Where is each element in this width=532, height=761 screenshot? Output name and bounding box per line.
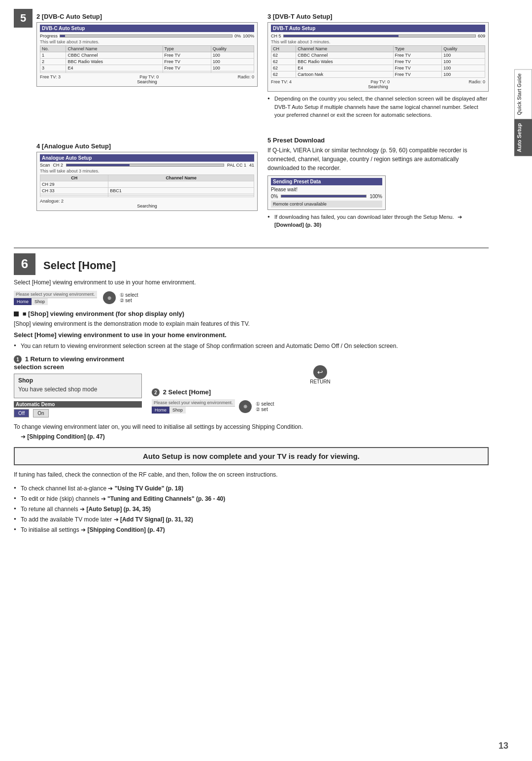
analogue-info: This will take about 3 minutes. [40, 169, 254, 173]
step2-dpad-group: ⊕ ① select ② set [239, 400, 274, 413]
env-home-option[interactable]: Home [14, 298, 32, 305]
analogue-screen-title: Analogue Auto Setup [40, 154, 254, 162]
step1-num: 1 [14, 355, 22, 363]
table-row: 1CBBC ChannelFree TV100 [40, 52, 254, 59]
preset-screen-title: Sending Preset Data [271, 178, 382, 185]
dvbt-footer-left: Free TV: 4 [271, 79, 292, 84]
analogue-section: 4 [Analogue Auto Setup] Analogue Auto Se… [36, 138, 258, 231]
step2-num: 2 [152, 388, 160, 396]
dvbt-progress-bar [283, 35, 476, 37]
step2-env-selector[interactable]: Please select your viewing environment. … [152, 399, 235, 414]
dpad-group: ⊕ ① select ② set [103, 291, 138, 304]
dpad-icon[interactable]: ⊕ [103, 291, 116, 304]
dvbc-progress-start: 0% [234, 34, 241, 38]
dvbc-screen-title: DVB-C Auto Setup [40, 25, 254, 32]
completion-body: If tuning has failed, check the connecti… [14, 470, 489, 479]
dvbc-footer-right: Radio: 0 [237, 74, 254, 79]
preset-progress-start: 0% [271, 194, 278, 199]
step1-section: 1 1 Return to viewing environment select… [14, 355, 142, 418]
dvbt-info: This will take about 3 minutes. [271, 39, 485, 44]
analogue-scan-num: 41 [249, 163, 254, 168]
step2-section: ↩ RETURN 2 2 Select [Home] Please select… [152, 355, 489, 418]
bullet-5: To initialise all settings ➔ [Shipping C… [14, 525, 489, 534]
dvbc-col-no: No. [40, 46, 66, 52]
completion-box: Auto Setup is now complete and your TV i… [14, 447, 489, 465]
dvbc-progress-bar [60, 35, 233, 37]
dvbc-section: 2 [DVB-C Auto Setup] DVB-C Auto Setup Pr… [36, 9, 258, 121]
shop-mode-text: You have selected shop mode [18, 386, 137, 393]
dvbc-info: This will take about 3 minutes. [40, 39, 254, 44]
dvbc-screen: DVB-C Auto Setup Progress 0% 100% This w… [36, 22, 258, 87]
side-tabs: Quick Start Guide Auto Setup [514, 69, 532, 156]
dvbc-footer-mid: Pay TV: 0 [139, 74, 159, 79]
dvbc-table: No. Channel Name Type Quality 1CBBC Chan… [40, 45, 254, 73]
step2-select-label: ① select [256, 401, 274, 407]
table-row: 62E4Free TV100 [271, 65, 485, 71]
step2-env-label: Please select your viewing environment. [152, 399, 235, 407]
dvbc-col-quality: Quality [211, 46, 254, 52]
return-group: ↩ RETURN [152, 365, 489, 384]
auto-demo-box: Automatic Demo Off On [14, 401, 142, 417]
step1-heading: 1 Return to viewing environment selectio… [14, 355, 124, 371]
dvbt-status: Searching [271, 84, 485, 89]
shop-viewing-body: [Shop] viewing environment is the demons… [14, 319, 489, 328]
dvbt-ch-label: CH 5 [271, 34, 281, 38]
dvbt-col-quality: Quality [442, 46, 485, 52]
analogue-scan-pal: PAL CC 1 [227, 163, 246, 168]
dvbt-footer-mid: Pay TV: 0 [370, 79, 390, 84]
auto-demo-title: Automatic Demo [14, 401, 142, 408]
preset-unavail: Remote control unavailable [271, 201, 382, 208]
env-shop-option[interactable]: Shop [32, 298, 48, 305]
dvbt-progress-fill [284, 35, 399, 37]
preset-section: 5 Preset Download If Q-Link, VIERA Link … [267, 133, 489, 231]
bullet-3: To retune all channels ➔ [Auto Setup] (p… [14, 505, 489, 514]
dvbt-col-type: Type [393, 46, 442, 52]
dvbc-col-type: Type [163, 46, 211, 52]
dvbc-col-name: Channel Name [66, 46, 163, 52]
set-label: ② set [120, 298, 138, 303]
step2-env-group: Please select your viewing environment. … [152, 399, 489, 414]
dvbc-footer-left: Free TV: 3 [40, 74, 61, 79]
dvbc-progress-label: Progress [40, 34, 58, 38]
step2-set-label: ② set [256, 407, 274, 412]
bullet-2: To edit or hide (skip) channels ➔ "Tunin… [14, 494, 489, 503]
auto-demo-off[interactable]: Off [14, 409, 29, 417]
dvbc-status: Searching [40, 79, 254, 84]
auto-setup-tab: Auto Setup [514, 119, 532, 156]
table-row: 62Cartoon NwkFree TV100 [271, 71, 485, 78]
section6-footer-text: To change viewing environment later on, … [14, 422, 489, 431]
preset-screen: Sending Preset Data Please wait! 0% 100%… [267, 175, 386, 210]
table-row: CH 33BBC1 [40, 187, 254, 194]
table-row: 3E4Free TV100 [40, 65, 254, 71]
section6-number: 6 [14, 253, 35, 275]
step2-shop-option[interactable]: Shop [169, 407, 186, 414]
analogue-footer: Analogue: 2 [40, 199, 64, 204]
return-icon[interactable]: ↩ [313, 365, 327, 379]
shop-viewing-heading: ■ [Shop] viewing environment (for shop d… [23, 310, 185, 317]
auto-demo-on[interactable]: On [33, 409, 48, 417]
table-row [40, 71, 254, 73]
section6-body: Select [Home] viewing environment to use… [14, 278, 489, 287]
preset-bullet: If downloading has failed, you can downl… [267, 213, 489, 229]
bullet-1: To check channel list at-a-glance ➔ "Usi… [14, 484, 489, 493]
shop-confirmation-box: Shop You have selected shop mode [14, 374, 142, 398]
section5-number: 5 [14, 9, 33, 28]
completion-title: Auto Setup is now complete and your TV i… [23, 452, 480, 460]
dvbt-table: CH Channel Name Type Quality 62CBBC Chan… [271, 45, 485, 78]
table-row: 62BBC Radio WalesFree TV100 [271, 59, 485, 65]
shop-title: Shop [18, 377, 137, 384]
analogue-scan-ch: CH 2 [53, 163, 64, 168]
step2-dpad-icon[interactable]: ⊕ [239, 400, 252, 413]
step2-home-option[interactable]: Home [152, 407, 169, 414]
table-row: 62CBBC ChannelFree TV100 [271, 52, 485, 59]
quick-start-guide-tab: Quick Start Guide [514, 69, 532, 119]
analogue-status: Searching [40, 204, 254, 208]
preset-wait: Please wait! [271, 187, 382, 192]
env-selector[interactable]: Please select your viewing environment. … [14, 291, 97, 305]
analogue-progress [66, 164, 224, 167]
analogue-col-name: Channel Name [108, 174, 254, 181]
step2-heading: 2 Select [Home] [163, 388, 211, 396]
bullet-4: To add the available TV mode later ➔ [Ad… [14, 515, 489, 524]
table-row: 2BBC Radio WalesFree TV100 [40, 59, 254, 65]
analogue-screen: Analogue Auto Setup Scan CH 2 PAL CC 1 4… [36, 152, 258, 211]
